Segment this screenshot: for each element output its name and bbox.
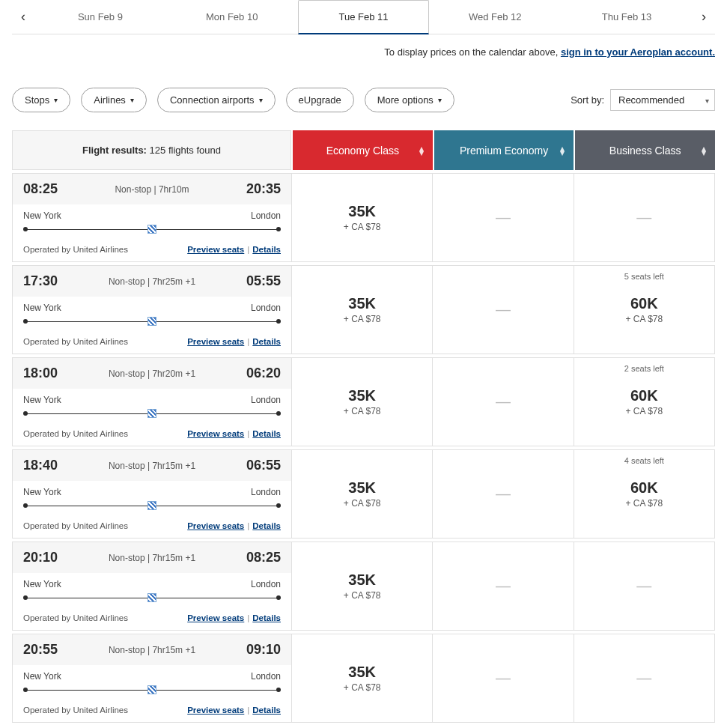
price-cell-premium[interactable]: — [433, 450, 574, 538]
unavailable-dash: — [636, 670, 651, 687]
stops-duration: Non-stop | 7hr15m +1 [109, 645, 195, 655]
stops-duration: Non-stop | 7hr15m +1 [109, 461, 195, 471]
date-tab[interactable]: Tue Feb 11 [298, 0, 430, 34]
flight-row: 17:30 Non-stop | 7hr25m +1 05:55 New Yor… [12, 265, 715, 354]
preview-seats-link[interactable]: Preview seats [187, 429, 244, 438]
caret-down-icon: ▾ [130, 96, 134, 104]
price-cell-business[interactable]: 2 seats left 60K + CA $78 [574, 358, 714, 446]
flight-row: 18:00 Non-stop | 7hr20m +1 06:20 New Yor… [12, 357, 715, 446]
date-tab[interactable]: Sun Feb 9 [34, 0, 166, 34]
points-value: 60K [630, 387, 658, 404]
date-next-button[interactable]: › [693, 0, 715, 34]
price-cell-economy[interactable]: 35K + CA $78 [292, 634, 433, 722]
filter-stops[interactable]: Stops▾ [12, 88, 70, 112]
flight-info: 17:30 Non-stop | 7hr25m +1 05:55 New Yor… [13, 266, 292, 354]
price-cell-economy[interactable]: 35K + CA $78 [292, 266, 433, 354]
destination-city: London [251, 395, 281, 405]
price-cell-premium[interactable]: — [433, 174, 574, 261]
price-cell-business[interactable]: 4 seats left 60K + CA $78 [574, 450, 714, 538]
price-cell-economy[interactable]: 35K + CA $78 [292, 450, 433, 538]
date-prev-button[interactable]: ‹ [12, 0, 34, 34]
sort-wrap: Sort by: Recommended [571, 89, 715, 111]
signin-notice-text: To display prices on the calendar above, [384, 46, 561, 58]
origin-city: New York [23, 671, 61, 682]
flight-timeline [23, 318, 281, 325]
caret-down-icon: ▾ [438, 96, 442, 104]
price-cell-business[interactable]: — [574, 542, 714, 630]
filter-airlines[interactable]: Airlines▾ [81, 88, 147, 112]
signin-notice: To display prices on the calendar above,… [12, 40, 715, 82]
sort-label: Sort by: [571, 94, 604, 106]
filter-more-options[interactable]: More options▾ [365, 88, 454, 112]
details-link[interactable]: Details [252, 429, 281, 438]
results-header: Flight results: 125 flights found Econom… [12, 130, 715, 170]
details-link[interactable]: Details [252, 706, 281, 715]
price-cell-economy[interactable]: 35K + CA $78 [292, 174, 433, 261]
arrival-time: 20:35 [246, 181, 281, 197]
preview-seats-link[interactable]: Preview seats [187, 245, 244, 254]
price-cell-premium[interactable]: — [433, 542, 574, 630]
unavailable-dash: — [636, 209, 651, 226]
unavailable-dash: — [496, 209, 511, 226]
price-cell-business[interactable]: — [574, 174, 714, 261]
price-cell-economy[interactable]: 35K + CA $78 [292, 358, 433, 446]
class-header-business[interactable]: Business Class ▴▾ [575, 130, 715, 170]
flight-row: 20:10 Non-stop | 7hr15m +1 08:25 New Yor… [12, 542, 715, 631]
stops-duration: Non-stop | 7hr20m +1 [109, 368, 195, 379]
seats-left: 4 seats left [574, 456, 714, 465]
date-tab[interactable]: Thu Feb 13 [561, 0, 693, 34]
sort-icon: ▴▾ [702, 146, 706, 155]
stops-duration: Non-stop | 7hr10m [115, 184, 189, 195]
arrival-time: 05:55 [246, 273, 281, 289]
price-cell-premium[interactable]: — [433, 266, 574, 354]
unavailable-dash: — [496, 670, 511, 687]
operated-by: Operated by United Airlines [23, 337, 128, 346]
departure-time: 18:40 [23, 458, 58, 473]
airline-logo-icon [147, 685, 156, 694]
surcharge-value: + CA $78 [344, 590, 381, 601]
chevron-left-icon: ‹ [21, 9, 25, 25]
filter-eupgrade[interactable]: eUpgrade [286, 88, 354, 112]
price-cell-business[interactable]: 5 seats left 60K + CA $78 [574, 266, 714, 354]
sort-icon: ▴▾ [419, 146, 424, 155]
details-link[interactable]: Details [252, 613, 281, 622]
flight-timeline [23, 686, 281, 694]
filter-connection-airports[interactable]: Connection airports▾ [157, 88, 276, 112]
preview-seats-link[interactable]: Preview seats [187, 521, 244, 530]
airline-logo-icon [147, 501, 156, 510]
airline-logo-icon [147, 593, 156, 602]
class-header-economy[interactable]: Economy Class ▴▾ [293, 130, 433, 170]
origin-city: New York [23, 579, 61, 589]
preview-seats-link[interactable]: Preview seats [187, 613, 244, 622]
preview-seats-link[interactable]: Preview seats [187, 337, 244, 346]
price-cell-economy[interactable]: 35K + CA $78 [292, 542, 433, 630]
departure-time: 20:55 [23, 642, 58, 658]
points-value: 35K [348, 571, 376, 589]
surcharge-value: + CA $78 [344, 314, 381, 324]
destination-city: London [251, 671, 281, 682]
unavailable-dash: — [496, 393, 511, 410]
unavailable-dash: — [636, 577, 651, 595]
details-link[interactable]: Details [252, 521, 281, 530]
price-cell-business[interactable]: — [574, 634, 714, 722]
date-tab[interactable]: Mon Feb 10 [166, 0, 298, 34]
departure-time: 17:30 [23, 273, 58, 289]
price-cell-premium[interactable]: — [433, 634, 574, 722]
sort-select[interactable]: Recommended [610, 89, 715, 111]
arrival-time: 09:10 [246, 642, 281, 658]
class-header-premium[interactable]: Premium Economy ▴▾ [434, 130, 574, 170]
price-cell-premium[interactable]: — [433, 358, 574, 446]
flight-row: 20:55 Non-stop | 7hr15m +1 09:10 New Yor… [12, 634, 715, 723]
sort-icon: ▴▾ [560, 146, 565, 155]
airline-logo-icon [147, 225, 156, 234]
results-label: Flight results: [82, 145, 147, 156]
origin-city: New York [23, 303, 61, 313]
preview-seats-link[interactable]: Preview seats [187, 706, 244, 715]
destination-city: London [251, 210, 281, 221]
airline-logo-icon [147, 317, 156, 326]
date-tab[interactable]: Wed Feb 12 [429, 0, 561, 34]
signin-link[interactable]: sign in to your Aeroplan account. [561, 46, 715, 58]
details-link[interactable]: Details [252, 337, 281, 346]
operated-by: Operated by United Airlines [23, 245, 128, 254]
details-link[interactable]: Details [252, 245, 281, 254]
